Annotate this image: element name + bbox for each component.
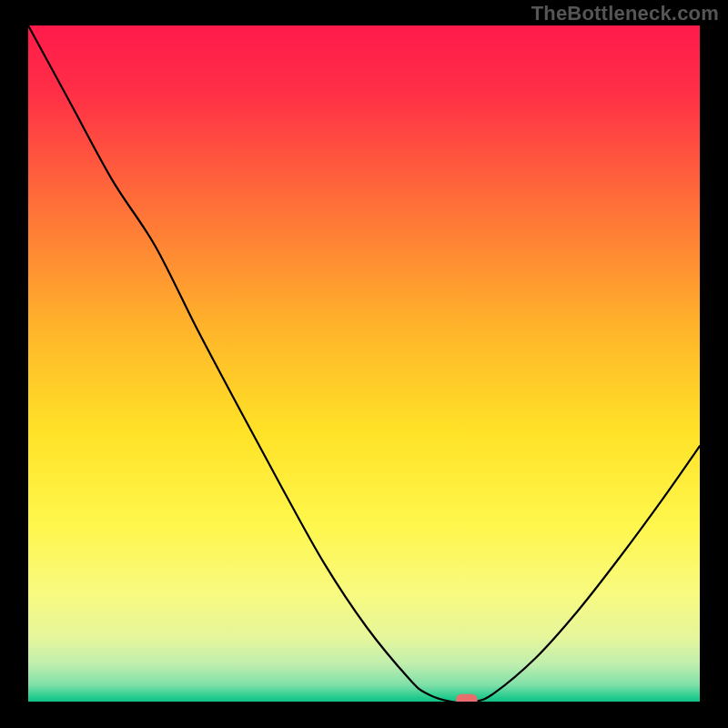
watermark-text: TheBottleneck.com bbox=[531, 2, 719, 25]
chart-svg bbox=[0, 0, 728, 728]
plot-area bbox=[28, 25, 700, 705]
bottleneck-chart: TheBottleneck.com bbox=[0, 0, 728, 728]
gradient-background bbox=[28, 25, 700, 702]
